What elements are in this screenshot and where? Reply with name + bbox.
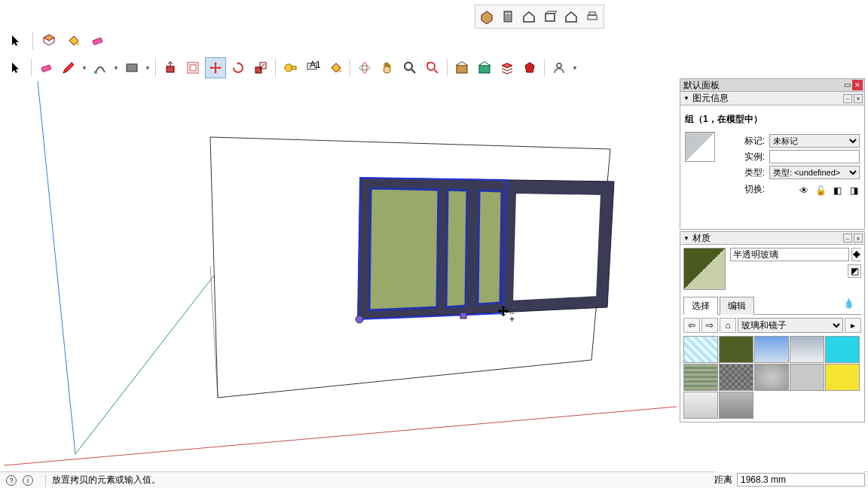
svg-rect-0 [504,11,512,22]
details-icon[interactable]: ▸ [845,318,861,333]
select-tool[interactable] [6,57,27,78]
offset-tool[interactable] [182,57,203,78]
zoom-tool[interactable] [399,57,420,78]
tape-tool[interactable] [280,57,301,78]
back-icon[interactable]: ⇦ [683,318,700,333]
warehouse-icon[interactable] [451,57,472,78]
cursor-icon[interactable] [6,30,27,51]
pan-tool[interactable] [377,57,398,78]
shadow-icon[interactable]: ◧ [831,185,843,197]
svg-rect-10 [127,64,137,72]
box-icon[interactable] [540,7,560,26]
separator [45,474,46,486]
materials-body: 🟆 ◩ 选择 编辑 💧 ⇦ ⇨ ⌂ 玻璃和镜子 ▸ [680,245,865,422]
info-icon[interactable]: i [23,475,33,486]
entity-info-header[interactable]: ▼ 图元信息 –x [680,92,865,105]
house-front-icon[interactable] [519,7,539,26]
swatch[interactable] [825,336,860,363]
create-material-icon[interactable]: 🟆 [851,248,861,261]
svg-rect-12 [188,63,198,73]
material-swatches [683,336,861,419]
swatch[interactable] [719,392,753,419]
model-viewport[interactable]: + .. [0,81,677,471]
text-tool[interactable]: A1 [302,57,323,78]
iso-icon[interactable] [477,7,497,26]
materials-title: 材质 [692,232,711,245]
type-select[interactable]: 类型: <undefined> [769,166,860,179]
rotate-tool[interactable] [228,57,249,78]
svg-text:..: .. [509,306,515,316]
tray-title: 默认面板 [683,79,720,92]
close2-icon[interactable]: x [854,94,863,103]
arc-tool[interactable] [90,57,111,78]
pin-icon[interactable]: ▭ [844,81,851,89]
materials-header[interactable]: ▼ 材质 –x [680,231,865,245]
entity-info-title: 图元信息 [692,92,729,105]
svg-rect-11 [167,66,174,72]
swatch[interactable] [683,392,718,419]
house-outline-icon[interactable] [561,7,581,26]
swatch[interactable] [719,364,753,391]
home-icon[interactable]: ⌂ [720,318,736,333]
swatch[interactable] [790,336,824,363]
default-material-icon[interactable]: ◩ [848,264,861,278]
svg-point-20 [338,69,341,72]
svg-rect-25 [457,66,467,73]
select-box-icon[interactable] [38,30,60,51]
close3-icon[interactable]: x [854,233,863,242]
pushpull-tool[interactable] [160,57,181,78]
tab-select[interactable]: 选择 [683,297,718,315]
rect-dropdown[interactable]: ▼ [144,57,151,78]
swatch[interactable] [790,364,824,391]
move-tool[interactable] [205,57,226,78]
tag-select[interactable]: 未标记 [769,134,860,148]
orbit-tool[interactable] [354,57,375,78]
user-icon[interactable] [549,57,570,78]
measure-label: 距离 [714,474,732,486]
swatch[interactable] [683,336,718,363]
layers-icon[interactable] [497,57,518,78]
paint-bucket-yellow-icon[interactable] [63,30,84,51]
swatch[interactable] [825,364,860,391]
lock-icon[interactable]: 🔓 [815,185,827,197]
forward-icon[interactable]: ⇨ [701,318,718,333]
scale-tool[interactable] [250,57,271,78]
svg-rect-2 [509,13,510,14]
instance-input[interactable] [769,150,860,163]
swatch[interactable] [754,336,789,363]
tray-header[interactable]: 默认面板 ▭ ✕ [680,78,865,92]
extension-warehouse-icon[interactable] [474,57,495,78]
zoom-extents-tool[interactable] [422,57,443,78]
eraser-tool[interactable] [35,57,57,78]
close-icon[interactable]: ✕ [852,80,863,90]
user-dropdown[interactable]: ▼ [571,57,579,78]
swatch[interactable] [683,364,718,391]
shadow2-icon[interactable]: ◨ [848,185,860,197]
ruby-icon[interactable] [519,57,540,78]
minimize-icon[interactable]: – [843,94,852,103]
scene-svg: + .. [0,81,677,471]
printer-icon[interactable] [582,7,602,26]
eraser-pink-icon[interactable] [87,30,108,51]
status-hint: 放置拷贝的元素或输入值。 [52,474,160,486]
pencil-dropdown[interactable]: ▼ [81,57,88,78]
swatch[interactable] [754,364,789,391]
material-name-input[interactable] [730,248,849,261]
tab-edit[interactable]: 编辑 [720,297,754,315]
separator [350,59,350,77]
visible-icon[interactable]: 👁 [798,185,810,197]
paint-tool[interactable] [325,57,346,78]
rectangle-tool[interactable] [121,57,142,78]
pencil-tool[interactable] [58,57,79,78]
arc-dropdown[interactable]: ▼ [112,57,120,78]
help-icon[interactable]: ? [6,475,17,486]
minimize-icon[interactable]: – [843,233,852,242]
measure-input[interactable] [737,473,865,486]
library-select[interactable]: 玻璃和镜子 [738,318,843,333]
svg-point-6 [76,42,79,45]
swatch[interactable] [719,336,753,363]
eyedropper-icon[interactable]: 💧 [840,296,857,311]
svg-rect-14 [255,67,261,73]
building-icon[interactable] [498,7,518,26]
toggle-label: 切换: [735,183,765,196]
